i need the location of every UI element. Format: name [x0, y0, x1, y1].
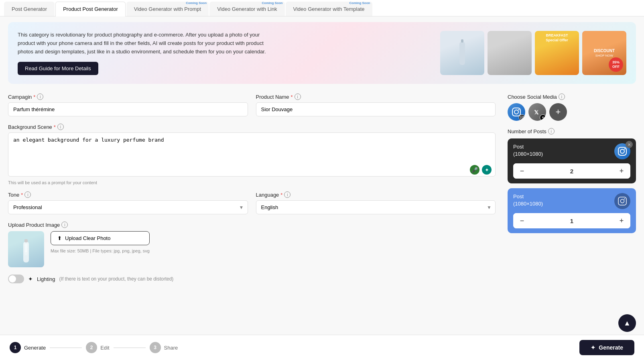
post-card-dark: Post(1080×1080) ✕ − 2 + [508, 138, 636, 183]
svg-rect-0 [459, 42, 465, 65]
lighting-toggle[interactable] [8, 275, 24, 283]
campaign-info-icon[interactable]: i [37, 94, 43, 100]
language-info-icon[interactable]: i [284, 191, 291, 198]
form-grid: Campagin * i Product Name * i [8, 94, 636, 293]
textarea-icons: 🎤 ✦ [470, 165, 492, 175]
language-label: Language * i [256, 191, 496, 198]
svg-point-14 [620, 149, 624, 153]
post-card-dark-icon-wrap: ✕ [614, 143, 630, 159]
svg-point-11 [522, 116, 523, 117]
campaign-required: * [33, 94, 35, 100]
post-dark-count: 2 [531, 168, 613, 175]
form-right: Choose Social Media i [508, 94, 636, 293]
background-hint: This will be used as a prompt for your c… [8, 180, 496, 185]
banner-text: This category is revolutionary for produ… [18, 31, 432, 75]
posts-section: Number of Posts i Post(1080×1080) ✕ [508, 128, 636, 233]
lighting-label: Lighting [37, 276, 55, 282]
language-select[interactable]: English French Spanish German Arabic [256, 200, 496, 214]
upload-label: Upload Product Image i [8, 222, 496, 228]
tab-product-post-generator[interactable]: Product Post Generator [55, 2, 126, 16]
x-badge: ✕ [540, 114, 546, 121]
tone-label: Tone * i [8, 191, 248, 198]
svg-rect-1 [461, 39, 463, 43]
banner-img-3: BREAKFASTSpecial Offer [535, 31, 579, 75]
add-social-button[interactable]: + [549, 103, 567, 121]
lighting-note: (If there is text on your product, they … [59, 276, 174, 282]
product-name-info-icon[interactable]: i [295, 94, 301, 100]
product-name-field: Product Name * i [256, 94, 496, 116]
upload-row: ⬆ Upload Clear Photo Max file size: 50MB… [8, 231, 496, 267]
product-name-label: Product Name * i [256, 94, 496, 100]
post-card-blue-header: Post(1080×1080) [513, 193, 630, 209]
upload-icon: ⬆ [57, 235, 62, 241]
burger-img: BREAKFASTSpecial Offer [535, 31, 579, 75]
post-card-blue-title: Post(1080×1080) [513, 193, 543, 207]
lighting-row: ✦ Lighting (If there is text on your pro… [8, 275, 496, 283]
tab-post-generator[interactable]: Post Generator [4, 2, 55, 16]
bottle-img-2 [488, 31, 532, 75]
campaign-product-row: Campagin * i Product Name * i [8, 94, 496, 116]
svg-point-15 [624, 148, 626, 150]
upload-section: Upload Product Image i [8, 222, 496, 267]
background-scene-input[interactable]: an elegant background for a luxury perfu… [8, 132, 496, 177]
svg-point-18 [624, 198, 625, 199]
svg-point-7 [514, 110, 518, 114]
social-avatar-2[interactable]: 𝕏 ✕ [528, 103, 546, 121]
svg-rect-9 [520, 116, 524, 119]
social-info-icon[interactable]: i [559, 94, 565, 100]
file-hint: Max file size: 50MB | File types: jpg, p… [51, 248, 150, 254]
post-card-blue-stepper: − 1 + [513, 213, 630, 228]
campaign-input[interactable] [8, 102, 248, 116]
post-dark-decrement-button[interactable]: − [513, 163, 531, 179]
banner-images: BREAKFASTSpecial Offer 35%OFF DISCOUNTSH… [440, 31, 626, 75]
product-image-preview [8, 231, 44, 267]
tab-video-generator-template[interactable]: Video Generator with Template Coming Soo… [286, 2, 372, 16]
product-name-required: * [291, 94, 293, 100]
post-card-blue: Post(1080×1080) − 1 + [508, 188, 636, 233]
tab-video-generator-link[interactable]: Video Generator with Link Coming Soon [209, 2, 284, 16]
svg-point-10 [521, 117, 523, 118]
mic-icon[interactable]: 🎤 [470, 165, 479, 175]
post-blue-count: 1 [531, 218, 613, 224]
social-avatar-1[interactable] [508, 103, 525, 121]
product-bottle-svg [16, 238, 36, 266]
social-icons-row: 𝕏 ✕ + [508, 103, 636, 121]
language-field: Language * i English French Spanish Germ… [256, 191, 496, 214]
posts-label: Number of Posts i [508, 128, 636, 134]
social-label: Choose Social Media i [508, 94, 636, 100]
ai-icon[interactable]: ✦ [482, 165, 492, 175]
upload-clear-photo-button[interactable]: ⬆ Upload Clear Photo [51, 231, 150, 245]
coming-soon-badge-1: Coming Soon [186, 1, 207, 5]
tone-info-icon[interactable]: i [24, 191, 31, 198]
campaign-field: Campagin * i [8, 94, 248, 116]
upload-info-icon[interactable]: i [61, 222, 68, 228]
tab-video-generator-prompt[interactable]: Video Generator with Prompt Coming Soon [126, 2, 209, 16]
post-blue-increment-button[interactable]: + [613, 213, 630, 228]
post-card-dark-header: Post(1080×1080) ✕ [513, 143, 630, 159]
banner-img-4: 35%OFF DISCOUNTSHOP NOW [582, 31, 626, 75]
svg-point-8 [518, 109, 520, 110]
main-content: This category is revolutionary for produ… [0, 16, 644, 299]
svg-text:𝕏: 𝕏 [534, 109, 539, 116]
language-select-wrap: English French Spanish German Arabic ▼ [256, 200, 496, 214]
read-guide-button[interactable]: Read Guide for More Details [18, 62, 98, 75]
post-blue-decrement-button[interactable]: − [513, 213, 531, 228]
product-name-input[interactable] [256, 102, 496, 116]
tone-select[interactable]: Professional Casual Formal Humorous [8, 200, 248, 214]
svg-rect-16 [618, 197, 626, 205]
bg-info-icon[interactable]: i [57, 124, 64, 130]
sparkle-icon: ✦ [28, 276, 33, 282]
banner-img-1 [440, 31, 484, 75]
post-card-dark-remove-button[interactable]: ✕ [626, 141, 633, 148]
upload-btn-area: ⬆ Upload Clear Photo Max file size: 50MB… [51, 231, 150, 254]
bottle-img [440, 31, 484, 75]
svg-rect-3 [24, 239, 28, 242]
posts-info-icon[interactable]: i [548, 128, 555, 134]
campaign-label: Campagin * i [8, 94, 248, 100]
post-dark-increment-button[interactable]: + [613, 163, 630, 179]
tone-field: Tone * i Professional Casual Formal Humo… [8, 191, 248, 214]
banner: This category is revolutionary for produ… [8, 22, 636, 84]
instagram-badge [519, 114, 525, 121]
svg-point-17 [621, 199, 624, 203]
coming-soon-badge-2: Coming Soon [262, 1, 283, 5]
